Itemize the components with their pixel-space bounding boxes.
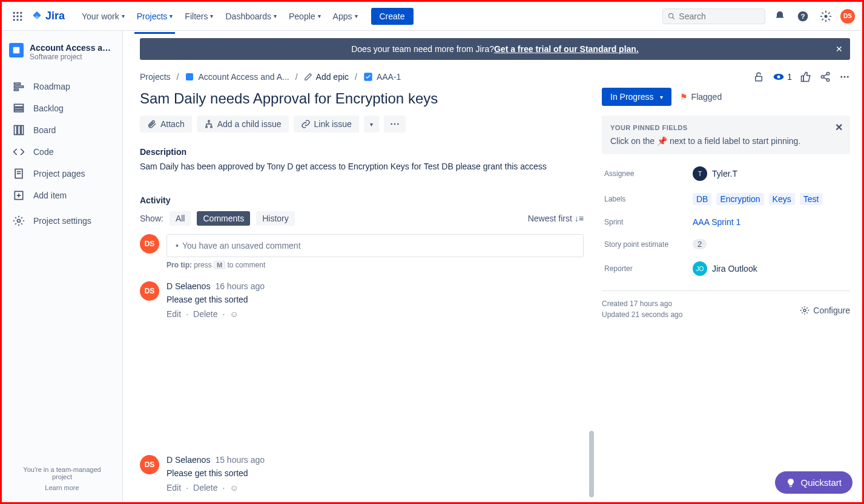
breadcrumb-projects[interactable]: Projects [140,72,171,82]
jira-logo[interactable]: Jira [31,10,65,22]
delete-link[interactable]: Delete [193,309,217,319]
svg-rect-19 [15,108,24,110]
nav-label: People [289,11,315,21]
breadcrumb-sep: / [295,72,298,82]
breadcrumb-project[interactable]: Account Access and A... [185,72,289,82]
current-user-avatar: DS [140,234,159,254]
configure-link[interactable]: Configure [800,299,850,321]
issue-actions: Attach Add a child issue Link issue ▾ [140,116,584,133]
comment-input[interactable]: •You have an unsaved comment [167,234,584,257]
nav-your-work[interactable]: Your work▾ [77,8,130,25]
nav-filters[interactable]: Filters▾ [180,8,218,25]
nav-dashboards[interactable]: Dashboards▾ [220,8,282,25]
app-switcher-icon[interactable] [9,8,26,25]
watch-count: 1 [787,72,792,82]
tab-history[interactable]: History [256,211,295,226]
field-story-points[interactable]: Story point estimate 2 [602,239,850,249]
main-content: Does your team need more from Jira? Get … [123,31,862,502]
tab-all[interactable]: All [170,211,191,226]
comment-author[interactable]: D Selaenos [167,281,210,291]
description-text[interactable]: Sam Daily has been approved by Tony D ge… [140,162,584,171]
sidebar-item-pages[interactable]: Project pages [7,163,117,185]
field-label: Story point estimate [604,240,693,249]
close-icon[interactable]: ✕ [835,122,843,133]
project-title: Account Access and Ap... [30,43,113,53]
search-box[interactable] [662,8,765,24]
breadcrumb-sep: / [355,72,357,82]
watch-button[interactable]: 1 [773,71,792,83]
quickstart-button[interactable]: Quickstart [775,471,852,494]
lock-icon[interactable] [753,71,764,82]
more-actions[interactable] [384,116,406,133]
page-icon [13,168,25,180]
sprint-link[interactable]: AAA Sprint 1 [693,217,740,227]
share-icon[interactable] [820,71,831,82]
more-icon[interactable] [839,71,850,82]
settings-icon[interactable] [817,8,834,25]
status-dropdown[interactable]: In Progress▾ [602,88,671,106]
breadcrumb-issue[interactable]: AAA-1 [363,72,401,82]
field-assignee[interactable]: Assignee T Tyler.T [602,166,850,181]
search-input[interactable] [679,11,760,21]
sidebar-item-roadmap[interactable]: Roadmap [7,76,117,97]
sidebar-label: Code [33,147,53,157]
svg-point-0 [13,11,15,13]
nav-apps[interactable]: Apps▾ [328,8,363,25]
attach-button[interactable]: Attach [140,116,192,133]
create-button[interactable]: Create [371,8,414,25]
scrollbar[interactable] [589,431,594,497]
sidebar-item-board[interactable]: Board [7,119,117,141]
issue-title[interactable]: Sam Daily needs Approval for Encryption … [140,90,584,107]
nav-projects[interactable]: Projects▾ [132,8,178,25]
edit-link[interactable]: Edit [167,309,181,319]
label-chip[interactable]: DB [693,193,711,205]
issue-key: AAA-1 [377,72,401,82]
project-header[interactable]: Account Access and Ap... Software projec… [7,43,117,71]
nav-label: Apps [333,11,352,21]
svg-rect-15 [15,83,21,85]
learn-more-link[interactable]: Learn more [13,484,111,491]
label-chip[interactable]: Keys [769,193,795,205]
nav-label: Dashboards [225,11,271,21]
field-labels[interactable]: Labels DB Encryption Keys Test [602,193,850,205]
help-icon[interactable]: ? [794,8,811,25]
reporter-avatar: JO [693,261,707,276]
notifications-icon[interactable] [771,8,788,25]
btn-label: Link issue [314,119,352,129]
edit-link[interactable]: Edit [167,483,181,493]
link-dropdown[interactable]: ▾ [364,116,379,133]
reaction-icon[interactable]: ☺ [229,309,238,319]
comment-author[interactable]: D Selaenos [167,455,210,465]
add-child-button[interactable]: Add a child issue [197,116,289,133]
paperclip-icon [147,119,157,129]
svg-rect-36 [802,76,804,82]
like-icon[interactable] [800,71,811,82]
delete-link[interactable]: Delete [193,483,217,493]
btn-label: Attach [160,119,185,129]
svg-rect-33 [756,76,762,81]
nav-label: Your work [82,11,119,21]
field-sprint[interactable]: Sprint AAA Sprint 1 [602,217,850,227]
label-chip[interactable]: Encryption [716,193,763,205]
sidebar: Account Access and Ap... Software projec… [2,31,123,502]
protip: Pro tip: press M to comment [167,261,584,269]
sidebar-item-add[interactable]: Add item [7,185,117,206]
field-reporter[interactable]: Reporter JO Jira Outlook [602,261,850,276]
sidebar-item-settings[interactable]: Project settings [7,210,117,232]
sidebar-item-code[interactable]: Code [7,141,117,163]
sort-newest[interactable]: Newest first ↓≡ [528,214,584,223]
reaction-icon[interactable]: ☺ [229,483,238,493]
add-epic-link[interactable]: Add epic [304,72,349,82]
banner-close-icon[interactable]: ✕ [836,44,843,54]
link-issue-button[interactable]: Link issue [294,116,359,133]
nav-people[interactable]: People▾ [284,8,326,25]
sort-icon: ↓≡ [575,214,584,223]
tab-comments[interactable]: Comments [197,211,250,226]
user-avatar[interactable]: DS [840,9,855,24]
flagged-indicator[interactable]: ⚑Flagged [680,92,722,102]
banner-link[interactable]: Get a free trial of our Standard plan. [494,44,639,54]
label-chip[interactable]: Test [800,193,823,205]
chevron-down-icon: ▾ [122,13,125,19]
svg-rect-16 [15,86,24,88]
sidebar-item-backlog[interactable]: Backlog [7,97,117,119]
